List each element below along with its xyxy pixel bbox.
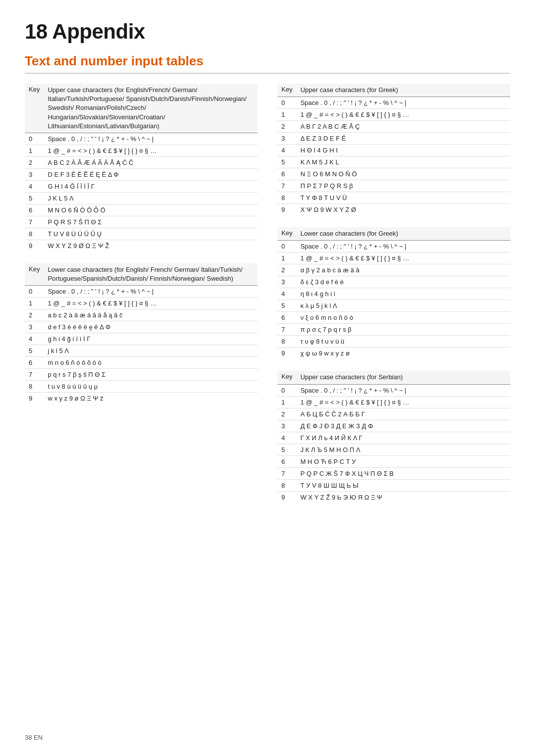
key-cell: 5 [277, 156, 296, 168]
char-table: KeyUpper case characters (for English/Fr… [25, 84, 258, 252]
key-cell: 8 [277, 336, 296, 348]
key-cell: 1 [25, 298, 44, 309]
table-row: 0Space . 0 , / : ; " ' ! ¡ ? ¿ * + - % \… [25, 286, 258, 298]
table-row: 7P Q R S 7 Š Π Θ Σ [25, 216, 258, 228]
chars-cell: Space . 0 , / : ; " ' ! ¡ ? ¿ * + - % \ … [296, 241, 510, 252]
key-cell: 2 [25, 309, 44, 321]
table-row: 5κ λ μ 5 j k l Λ [277, 300, 510, 312]
key-cell: 5 [25, 345, 44, 357]
chars-cell: Α Β Γ 2 Α Β C Æ Å Ç [296, 121, 510, 133]
chars-cell: M N O 6 Ñ Ó Ô Õ Ö [44, 204, 258, 216]
table-row: 6m n o 6 ñ ó ô õ ö ò [25, 357, 258, 369]
chars-cell: η θ ι 4 g h i ì [296, 288, 510, 300]
key-cell: 3 [277, 276, 296, 288]
chars-cell: 1 @ _ # = < > ( ) & € £ $ ¥ [ ] { } ¤ § … [296, 396, 510, 408]
table-row: 4Η Θ Ι 4 G H I [277, 145, 510, 156]
key-cell: 5 [277, 300, 296, 312]
key-cell: 6 [277, 312, 296, 324]
table-row: 2A B C 2 À Â Æ Á Ã Ä Å Ą Ć Č [25, 156, 258, 168]
table-row: 5j k l 5 Λ [25, 345, 258, 357]
table-row: 5Ј К Л Ъ 5 М Н О П Λ [277, 444, 510, 455]
chars-cell: Т У V 8 Ш Ш Щ Ь Ы [296, 479, 510, 491]
key-cell: 3 [277, 420, 296, 432]
section-title: Text and number input tables [25, 53, 510, 74]
char-table-wrapper: KeyUpper case characters (for English/Fr… [25, 84, 258, 252]
table-row: 2Α Β Γ 2 Α Β C Æ Å Ç [277, 121, 510, 133]
chars-cell: a b c 2 à â æ á ã ä å ą ā č [44, 309, 258, 321]
key-cell: 4 [25, 333, 44, 345]
chars-cell: 1 @ _ # = < > ( ) & € £ $ ¥ [ ] { } ¤ § … [296, 109, 510, 121]
chars-cell: κ λ μ 5 j k l Λ [296, 300, 510, 312]
key-cell: 7 [25, 216, 44, 228]
key-cell: 9 [277, 204, 296, 216]
key-cell: 4 [25, 180, 44, 192]
table-row: 0Space . 0 , / : ; " ' ! ¡ ? ¿ * + - % \… [277, 384, 510, 396]
key-header: Key [25, 263, 44, 286]
key-cell: 6 [277, 455, 296, 467]
key-cell: 1 [277, 396, 296, 408]
key-cell: 4 [277, 145, 296, 156]
table-row: 4g h i 4 ğ í ï ì İ Γ [25, 333, 258, 345]
table-row: 7Р Q Р С Ж Š 7 Ф Х Ц Ч П Θ Σ Β [277, 467, 510, 479]
table-row: 9W X Y Z 9 Ø Ω Ξ Ψ Ž [25, 240, 258, 252]
chars-cell: m n o 6 ñ ó ô õ ö ò [44, 357, 258, 369]
table-row: 2a b c 2 à â æ á ã ä å ą ā č [25, 309, 258, 321]
table-row: 11 @ _ # = < > ( ) & € £ $ ¥ [ ] { } ¤ §… [25, 145, 258, 156]
key-cell: 3 [277, 133, 296, 145]
chars-cell: W Х Y Z Ž 9 Ь Э Ю Я Ω Ξ Ψ [296, 491, 510, 503]
table-row: 3Δ Ε Ζ 3 D E F É [277, 133, 510, 145]
chars-cell: Ј К Л Ъ 5 М Н О П Λ [296, 444, 510, 455]
chars-cell: Π Ρ Σ 7 P Q R S β [296, 180, 510, 192]
key-cell: 1 [277, 252, 296, 264]
chars-cell: δ ε ζ 3 d e f è é [296, 276, 510, 288]
chars-cell: G H I 4 Ğ Í Ï İ Ī Γ [44, 180, 258, 192]
key-cell: 2 [277, 264, 296, 276]
key-cell: 7 [25, 369, 44, 381]
table-row: 3δ ε ζ 3 d e f è é [277, 276, 510, 288]
chars-cell: Space . 0 , / : ; " ' ! ¡ ? ¿ * + - % \ … [296, 384, 510, 396]
chars-cell: t u v 8 ù ú ü ū ų μ [44, 381, 258, 393]
key-cell: 6 [25, 204, 44, 216]
table-row: 7p q r s 7 β ş š Π Θ Σ [25, 369, 258, 381]
char-table: KeyUpper case characters (for Greek)0Spa… [277, 84, 510, 215]
chars-cell: D E F 3 È É Ê Ë Ę Ē Δ Φ [44, 168, 258, 180]
key-cell: 7 [277, 324, 296, 336]
chars-cell: Space . 0 , / : ; " ' ! ¡ ? ¿ * + - % \ … [44, 286, 258, 298]
key-header: Key [277, 227, 296, 241]
table-row: 0Space . 0 , / : ; " ' ! ¡ ? ¿ * + - % \… [277, 97, 510, 109]
key-cell: 0 [277, 97, 296, 109]
table-row: 9w x y z 9 ø Ω Ξ Ψ ž [25, 393, 258, 404]
key-cell: 9 [25, 240, 44, 252]
chars-cell: Ν Ξ Ο 6 M N O Ñ Ö [296, 168, 510, 180]
char-table: KeyUpper case characters (for Serbian)0S… [277, 371, 510, 503]
table-row: 0Space . 0 , / : ; " ' ! ¡ ? ¿ * + - % \… [277, 241, 510, 252]
char-table-wrapper: KeyLower case characters (for English/ F… [25, 263, 258, 404]
chars-cell: d e f 3 è é ê ë ę ē Δ Φ [44, 321, 258, 333]
key-cell: 7 [277, 467, 296, 479]
table-row: 7π ρ σ ς 7 p q r s β [277, 324, 510, 336]
chars-cell: Δ Ε Ζ 3 D E F É [296, 133, 510, 145]
table-row: 11 @ _ # = < > ( ) & € £ $ ¥ [ ] { } ¤ §… [277, 252, 510, 264]
chars-cell: T U V 8 Ù Ú Ü Ū Ų [44, 228, 258, 240]
char-table: KeyLower case characters (for English/ F… [25, 263, 258, 404]
chars-cell: j k l 5 Λ [44, 345, 258, 357]
key-cell: 0 [277, 241, 296, 252]
chars-cell: χ ψ ω 9 w x y z ø [296, 348, 510, 359]
chars-cell: 1 @ _ # = < > ( ) & € £ $ ¥ [ ] { } ¤ § … [44, 145, 258, 156]
char-table-wrapper: KeyUpper case characters (for Greek)0Spa… [277, 84, 510, 215]
table-row: 8τ υ φ 8 t u v ù ü [277, 336, 510, 348]
char-table-wrapper: KeyUpper case characters (for Serbian)0S… [277, 371, 510, 503]
table-row: 9W Х Y Z Ž 9 Ь Э Ю Я Ω Ξ Ψ [277, 491, 510, 503]
content-area: KeyUpper case characters (for English/Fr… [25, 84, 510, 515]
key-cell: 6 [25, 357, 44, 369]
key-cell: 2 [277, 121, 296, 133]
table-row: 5J K L 5 Λ [25, 192, 258, 204]
chars-cell: А Б Ц Б Ć Č 2 А Б Б Г [296, 408, 510, 420]
chars-cell: w x y z 9 ø Ω Ξ Ψ ž [44, 393, 258, 404]
chars-cell: P Q R S 7 Š Π Θ Σ [44, 216, 258, 228]
table-row: 6ν ξ ο 6 m n o ñ ö ò [277, 312, 510, 324]
key-cell: 6 [277, 168, 296, 180]
table-row: 8Т У V 8 Ш Ш Щ Ь Ы [277, 479, 510, 491]
key-cell: 7 [277, 180, 296, 192]
chars-cell: J K L 5 Λ [44, 192, 258, 204]
